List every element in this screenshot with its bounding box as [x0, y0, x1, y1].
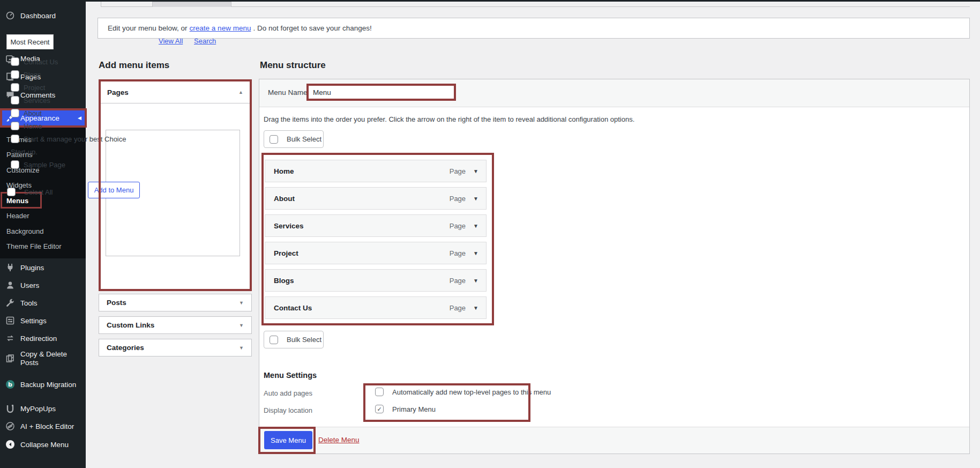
sidebar-item-dashboard[interactable]: Dashboard	[0, 6, 86, 25]
primary-menu-checkbox[interactable]: ✓	[375, 405, 384, 413]
bulk-select-top[interactable]: Bulk Select	[264, 130, 324, 148]
save-menu-button[interactable]: Save Menu	[264, 431, 312, 449]
bulk-select-checkbox[interactable]	[270, 135, 278, 144]
checkbox[interactable]	[11, 109, 19, 117]
sidebar-item-background[interactable]: Background	[0, 224, 86, 239]
sidebar-item-copy-delete-posts[interactable]: Copy & Delete Posts	[0, 347, 86, 370]
notice-banner: Edit your menu below, or create a new me…	[98, 18, 970, 39]
delete-menu-link[interactable]: Delete Menu	[318, 436, 360, 444]
chevron-down-icon[interactable]: ▼	[239, 345, 244, 351]
accordion-custom-links[interactable]: Custom Links ▼	[99, 316, 252, 334]
add-to-menu-button[interactable]: Add to Menu	[88, 182, 140, 198]
accordion-title: Posts	[107, 299, 126, 307]
bulk-select-checkbox[interactable]	[270, 336, 278, 344]
checkbox[interactable]	[11, 96, 19, 105]
sidebar-item-users[interactable]: Users	[0, 276, 86, 294]
tab-most-recent[interactable]: Most Recent	[6, 34, 54, 49]
sidebar-item-ai-block-editor[interactable]: AI + Block Editor	[0, 417, 86, 435]
bulk-select-label: Bulk Select	[287, 336, 321, 344]
top-strip	[0, 0, 980, 2]
sidebar-item-label: Collapse Menu	[20, 441, 69, 449]
sidebar-item-settings[interactable]: Settings	[0, 311, 86, 330]
chevron-down-icon[interactable]: ▼	[473, 223, 478, 229]
chevron-down-icon[interactable]: ▼	[239, 323, 244, 328]
tab-edit-menus[interactable]	[88, 2, 101, 7]
page-checkbox-row[interactable]: Start & manage your best Choice Start-up…	[11, 133, 137, 159]
auto-add-pages-label: Auto add pages	[264, 389, 312, 397]
menu-item-blogs[interactable]: Blogs Page▼	[265, 269, 487, 292]
checkbox[interactable]	[11, 57, 19, 66]
select-all-checkbox[interactable]	[7, 188, 16, 196]
page-checkbox-row[interactable]: Contact Us	[11, 56, 137, 69]
tab-search[interactable]: Search	[194, 37, 216, 45]
backup-migration-icon: b	[5, 380, 15, 389]
bulk-select-label: Bulk Select	[287, 135, 321, 143]
page-item-label: Sample Page	[24, 161, 65, 169]
sidebar-item-label: Theme File Editor	[6, 242, 62, 250]
notice-text-after: . Do not forget to save your changes!	[253, 24, 371, 32]
menu-item-label: About	[274, 195, 295, 203]
sidebar-item-label: Header	[6, 212, 29, 220]
menu-item-services[interactable]: Services Page▼	[265, 214, 487, 237]
menu-structure-heading: Menu structure	[260, 60, 326, 71]
auto-add-pages-option[interactable]: Automatically add new top-level pages to…	[375, 388, 551, 396]
chevron-down-icon[interactable]: ▼	[473, 196, 478, 202]
sidebar-item-label: Background	[6, 227, 43, 235]
sidebar-item-label: Backup Migration	[20, 381, 76, 389]
tab-view-all[interactable]: View All	[159, 37, 183, 45]
create-new-menu-link[interactable]: create a new menu	[190, 24, 251, 32]
menu-item-type: Page	[450, 222, 466, 230]
chevron-down-icon[interactable]: ▼	[473, 250, 478, 256]
chevron-down-icon[interactable]: ▼	[239, 300, 244, 306]
sidebar-item-redirection[interactable]: Redirection	[0, 329, 86, 347]
checkbox[interactable]	[11, 122, 19, 130]
page-checkbox-row[interactable]: Blogs	[11, 69, 137, 81]
accordion-categories[interactable]: Categories ▼	[99, 339, 252, 356]
accordion-posts[interactable]: Posts ▼	[99, 294, 252, 311]
page-item-label: About	[24, 109, 42, 117]
settings-icon	[5, 316, 15, 325]
menu-item-label: Services	[274, 222, 304, 230]
accordion-title: Custom Links	[107, 321, 154, 329]
checkbox[interactable]	[11, 70, 19, 79]
menu-item-label: Project	[274, 249, 298, 257]
checkbox[interactable]	[11, 83, 19, 92]
sidebar-item-collapse-menu[interactable]: Collapse Menu	[0, 435, 86, 454]
pages-checklist: Contact Us Blogs Project Services About …	[11, 56, 137, 172]
sidebar-item-plugins[interactable]: Plugins	[0, 258, 86, 277]
tab-manage-live-preview[interactable]	[152, 2, 231, 7]
sidebar-item-tools[interactable]: Tools	[0, 294, 86, 312]
chevron-down-icon[interactable]: ▼	[473, 278, 478, 284]
dashboard-icon	[5, 11, 15, 20]
checkbox[interactable]	[11, 160, 19, 169]
select-all-row[interactable]: Select All	[7, 188, 53, 196]
chevron-down-icon[interactable]: ▼	[473, 305, 478, 311]
menu-item-home[interactable]: Home Page▼	[265, 160, 487, 182]
auto-add-pages-checkbox[interactable]	[375, 388, 384, 396]
page-checkbox-row[interactable]: Services	[11, 94, 137, 107]
sidebar-item-theme-file-editor[interactable]: Theme File Editor	[0, 239, 86, 254]
users-icon	[5, 280, 15, 290]
chevron-up-icon[interactable]: ▲	[238, 90, 243, 95]
menu-item-contact-us[interactable]: Contact Us Page▼	[265, 296, 487, 319]
menu-actions-footer	[259, 427, 969, 454]
menu-item-label: Home	[274, 167, 294, 175]
menu-name-input[interactable]	[309, 86, 454, 99]
sidebar-item-header[interactable]: Header	[0, 208, 86, 223]
checkbox[interactable]	[11, 135, 19, 143]
primary-menu-option[interactable]: ✓ Primary Menu	[375, 405, 436, 413]
page-item-label: Blogs	[24, 71, 41, 79]
menu-item-type: Page	[450, 277, 466, 285]
page-checkbox-row[interactable]: Sample Page	[11, 159, 137, 172]
sidebar-item-label: Settings	[20, 317, 47, 325]
tab-label: View All	[159, 37, 183, 45]
sidebar-item-backup-migration[interactable]: b Backup Migration	[0, 375, 86, 393]
page-checkbox-row[interactable]: Home	[11, 120, 137, 133]
page-checkbox-row[interactable]: About	[11, 107, 137, 120]
menu-item-about[interactable]: About Page▼	[265, 187, 487, 210]
page-checkbox-row[interactable]: Project	[11, 81, 137, 94]
bulk-select-bottom[interactable]: Bulk Select	[264, 331, 324, 348]
chevron-down-icon[interactable]: ▼	[473, 168, 478, 174]
sidebar-item-mypopups[interactable]: MyPopUps	[0, 399, 86, 418]
menu-item-project[interactable]: Project Page▼	[265, 242, 487, 264]
